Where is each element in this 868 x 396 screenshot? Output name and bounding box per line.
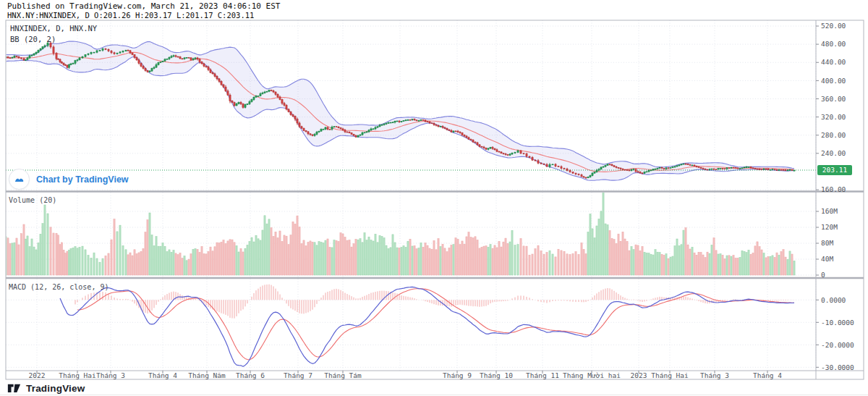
volume-bar — [655, 250, 656, 275]
symbol-legend[interactable]: HNXINDEX, D, HNX.NY — [10, 23, 97, 34]
volume-bar — [50, 227, 51, 275]
candle-body — [388, 122, 389, 123]
candle-body — [102, 49, 103, 50]
candle-body — [754, 168, 756, 169]
candle-body — [709, 169, 710, 170]
volume-bar — [715, 250, 717, 275]
candle-body — [18, 57, 20, 58]
candle-body — [67, 65, 68, 67]
watermark[interactable]: Chart by TradingView — [9, 169, 129, 190]
volume-bar — [93, 253, 95, 275]
time-tick-label: Tháng Mười hai — [563, 371, 621, 379]
volume-bar — [578, 254, 579, 275]
candle-body — [223, 85, 224, 87]
volume-bar — [240, 248, 242, 275]
candle-body — [390, 122, 391, 123]
axis-tick-label: 400.00 — [821, 77, 846, 85]
candle-body — [517, 151, 519, 152]
candle-body — [594, 172, 595, 174]
candle-body — [629, 170, 630, 171]
candle-body — [177, 56, 179, 57]
volume-bar — [27, 236, 28, 275]
volume-bar — [418, 248, 420, 275]
candle-body — [12, 57, 13, 58]
candle-body — [342, 129, 344, 130]
candle-body — [590, 176, 591, 177]
candle-body — [205, 66, 207, 67]
volume-bar — [355, 239, 357, 275]
candle-body — [546, 164, 548, 167]
candle-body — [455, 131, 456, 132]
volume-bar — [633, 250, 634, 275]
volume-bar — [325, 240, 326, 275]
candle-body — [184, 58, 185, 59]
axis-tick-label: 480.00 — [821, 40, 846, 48]
volume-bar — [53, 233, 54, 275]
volume-bar — [59, 245, 61, 275]
candle-body — [122, 51, 124, 52]
tradingview-logo-icon — [9, 169, 30, 190]
volume-bar — [79, 247, 80, 275]
volume-bar — [171, 252, 172, 275]
candle-body — [197, 58, 198, 59]
candle-body — [409, 119, 411, 120]
axis-tick-label: 160.00 — [821, 185, 846, 193]
volume-bar — [373, 241, 374, 275]
candle-body — [138, 60, 140, 64]
candle-body — [674, 167, 676, 167]
macd-panel-series — [60, 285, 794, 366]
candle-body — [414, 119, 415, 120]
candle-body — [96, 51, 98, 52]
candle-body — [70, 64, 72, 64]
candle-body — [711, 169, 712, 169]
candle-body — [240, 103, 242, 104]
candle-body — [578, 174, 579, 175]
candle-body — [221, 81, 222, 85]
time-tick-label: Tháng 3 — [700, 371, 729, 379]
candle-body — [746, 167, 747, 168]
bb-legend[interactable]: BB (20, 2) — [10, 34, 97, 45]
candle-body — [329, 129, 331, 130]
volume-bar — [294, 224, 296, 275]
candle-body — [720, 169, 721, 169]
candle-body — [511, 153, 513, 154]
volume-bar — [386, 245, 387, 275]
candle-body — [23, 59, 25, 60]
footer[interactable]: TradingView — [7, 382, 85, 395]
volume-bar — [698, 252, 699, 275]
macd-legend[interactable]: MACD (12, 26, close, 9) — [9, 283, 109, 291]
candle-body — [563, 168, 565, 169]
candle-body — [757, 169, 758, 169]
candle-body — [620, 168, 621, 169]
volume-bar — [540, 250, 542, 275]
volume-bar — [639, 250, 641, 275]
volume-bar — [726, 256, 728, 275]
volume-bar — [99, 262, 101, 275]
volume-bar — [735, 258, 736, 275]
volume-bar — [136, 254, 137, 275]
volume-bar — [422, 247, 424, 275]
candle-body — [702, 168, 704, 169]
volume-bar — [344, 237, 346, 275]
chart-canvas[interactable]: 520.00480.00440.00400.00360.00320.00280.… — [0, 0, 868, 396]
candle-body — [435, 125, 437, 125]
watermark-text: Chart by TradingView — [36, 174, 129, 185]
volume-bar — [273, 236, 274, 275]
volume-bar — [307, 243, 309, 275]
candle-body — [362, 132, 363, 135]
volume-bar — [401, 248, 402, 275]
candle-body — [299, 123, 300, 127]
volume-bar — [23, 224, 25, 275]
candle-body — [622, 169, 624, 169]
volume-bar — [501, 247, 502, 275]
volume-bar — [670, 257, 671, 275]
candle-body — [344, 130, 346, 132]
volume-bar — [290, 235, 292, 275]
volume-bar — [707, 252, 708, 275]
volume-bar — [739, 258, 741, 275]
volume-bar — [111, 240, 112, 275]
volume-legend[interactable]: Volume (20) — [9, 196, 56, 204]
candle-body — [16, 56, 17, 56]
candle-body — [64, 64, 66, 65]
volume-bar — [569, 255, 571, 275]
